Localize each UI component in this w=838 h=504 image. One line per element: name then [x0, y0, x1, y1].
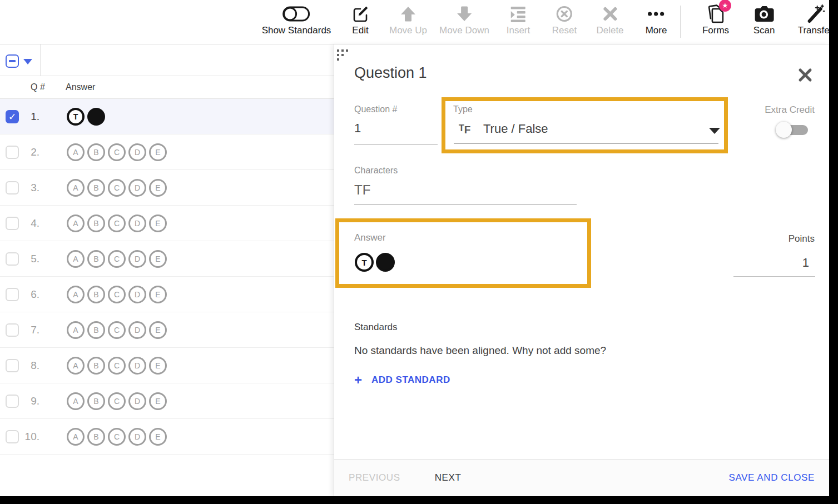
gradecam-answer-key-window: Show StandardsEditMove UpMove DownInsert… [0, 0, 829, 496]
answer-label: Answer [354, 232, 386, 243]
points-input[interactable]: 1 [802, 256, 809, 270]
arrow-up-icon [399, 4, 417, 24]
question-row[interactable]: 8.ABCDE [0, 348, 334, 383]
question-number: 8. [11, 360, 39, 372]
modal-choice-bubble-T[interactable]: T [355, 253, 374, 272]
select-all-checkbox[interactable] [6, 54, 19, 68]
ellipsis-icon [646, 4, 666, 24]
indent-icon [509, 4, 527, 24]
choice-bubble-E: E [149, 357, 167, 375]
characters-input[interactable]: TF [354, 182, 370, 198]
pages-icon: ★ [706, 4, 726, 24]
column-header-qnum: Q # [31, 82, 45, 92]
dropdown-caret-icon [709, 128, 720, 134]
toolbar: Show StandardsEditMove UpMove DownInsert… [0, 0, 829, 44]
toolbar-button-insert[interactable]: Insert [507, 4, 530, 36]
question-row[interactable]: 2.ABCDE [0, 134, 334, 170]
choice-bubble-T: T [67, 108, 85, 126]
x-icon [602, 4, 618, 24]
choice-bubble-C: C [108, 286, 126, 303]
modal-footer: PREVIOUS NEXT SAVE AND CLOSE [334, 459, 829, 496]
choice-bubble-E: E [149, 286, 167, 303]
choice-bubble-D: D [128, 392, 146, 410]
question-row[interactable]: 5.ABCDE [0, 241, 334, 277]
toolbar-button-edit[interactable]: Edit [351, 4, 370, 36]
toolbar-button-label: Reset [552, 25, 577, 36]
toolbar-button-scan[interactable]: Scan [753, 4, 775, 36]
choice-bubble-D: D [128, 321, 146, 339]
choice-bubble-A: A [67, 214, 85, 232]
previous-button[interactable]: PREVIOUS [349, 472, 400, 483]
choice-bubble-A: A [67, 428, 85, 446]
column-header-answer: Answer [66, 82, 95, 92]
answer-bubbles: ABCDE [67, 392, 167, 410]
question-row[interactable]: 3.ABCDE [0, 170, 334, 206]
toolbar-button-forms[interactable]: ★Forms [702, 4, 729, 36]
question-number: 5. [11, 253, 39, 265]
choice-bubble-E: E [149, 321, 167, 339]
choice-bubble-C: C [108, 357, 126, 375]
toggle-icon [282, 4, 311, 24]
choice-bubble-C: C [108, 143, 126, 161]
close-icon[interactable] [798, 68, 812, 82]
next-button[interactable]: NEXT [435, 472, 462, 483]
add-standard-button[interactable]: + ADD STANDARD [354, 375, 450, 386]
answer-bubbles: ABCDE [67, 143, 167, 161]
camera-icon [753, 4, 775, 24]
extra-credit-toggle[interactable] [776, 122, 809, 138]
question-row[interactable]: 6.ABCDE [0, 277, 334, 312]
choice-bubble-A: A [67, 357, 85, 375]
answer-bubbles: ABCDE [67, 286, 167, 303]
toolbar-button-move-up[interactable]: Move Up [389, 4, 427, 36]
choice-bubble-C: C [108, 214, 126, 232]
question-number: 6. [11, 288, 39, 301]
choice-bubble-E: E [149, 214, 167, 232]
standards-empty-message: No standards have been aligned. Why not … [354, 345, 606, 357]
toolbar-button-delete[interactable]: Delete [596, 4, 623, 36]
choice-bubble-B: B [87, 250, 105, 268]
choice-bubble-E: E [149, 179, 167, 197]
toolbar-button-move-down[interactable]: Move Down [439, 4, 489, 36]
answer-choices: TF [355, 253, 395, 272]
question-row[interactable]: 4.ABCDE [0, 206, 334, 241]
question-row[interactable]: 10.ABCDE [0, 419, 334, 455]
toolbar-button-label: Move Down [439, 25, 489, 36]
points-label: Points [789, 233, 815, 244]
drag-handle-icon[interactable] [337, 49, 349, 62]
choice-bubble-B: B [87, 286, 105, 303]
select-menu-caret-icon[interactable] [23, 59, 32, 64]
list-controls-row [0, 44, 334, 76]
choice-bubble-B: B [87, 357, 105, 375]
question-number: 9. [11, 395, 39, 407]
choice-bubble-D: D [128, 143, 146, 161]
question-number: 1. [11, 111, 39, 123]
toolbar-button-label: Show Standards [262, 25, 331, 36]
choice-bubble-B: B [87, 214, 105, 232]
question-row[interactable]: ✓1.TF [0, 99, 334, 134]
toolbar-button-transfer[interactable]: Transfer [798, 4, 829, 36]
question-number-label: Question # [354, 104, 397, 114]
toolbar-button-show-standards[interactable]: Show Standards [262, 4, 331, 36]
extra-credit-label: Extra Credit [765, 104, 815, 116]
type-selected-value: True / False [483, 122, 548, 136]
choice-bubble-E: E [149, 428, 167, 446]
toolbar-button-more[interactable]: More [646, 4, 667, 36]
question-row[interactable]: 9.ABCDE [0, 383, 334, 419]
choice-bubble-E: E [149, 250, 167, 268]
save-and-close-button[interactable]: SAVE AND CLOSE [728, 472, 815, 483]
modal-title: Question 1 [354, 64, 427, 82]
type-label: Type [453, 104, 473, 114]
choice-bubble-D: D [128, 179, 146, 197]
choice-bubble-A: A [67, 143, 85, 161]
modal-choice-bubble-F[interactable]: F [376, 253, 395, 272]
choice-bubble-B: B [87, 428, 105, 446]
choice-bubble-E: E [149, 143, 167, 161]
plus-icon: + [354, 375, 362, 386]
choice-bubble-A: A [67, 179, 85, 197]
toolbar-button-reset[interactable]: Reset [552, 4, 577, 36]
question-row[interactable]: 7.ABCDE [0, 312, 334, 348]
toolbar-button-label: Delete [596, 25, 623, 36]
question-number-input[interactable]: 1 [354, 121, 361, 136]
toolbar-button-label: Move Up [389, 25, 427, 36]
choice-bubble-A: A [67, 286, 85, 303]
